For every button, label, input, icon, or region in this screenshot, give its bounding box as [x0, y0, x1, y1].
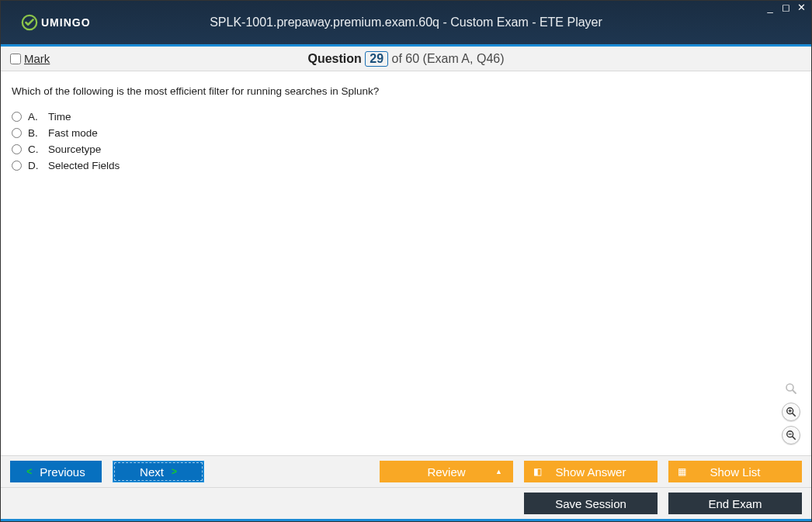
next-button[interactable]: Next >	[113, 461, 204, 482]
close-icon[interactable]: ✕	[796, 2, 807, 13]
logo-text: UMINGO	[41, 16, 91, 29]
triangle-up-icon: ▲	[495, 468, 502, 475]
chevron-left-icon: <	[26, 466, 32, 477]
previous-button[interactable]: < Previous	[10, 461, 102, 482]
save-session-button[interactable]: Save Session	[524, 493, 658, 514]
option-b-radio[interactable]	[12, 128, 22, 138]
session-toolbar: Save Session End Exam	[1, 487, 811, 519]
save-session-label: Save Session	[555, 497, 626, 510]
option-d[interactable]: D. Selected Fields	[12, 160, 800, 171]
option-text: Fast mode	[48, 127, 98, 139]
show-answer-button[interactable]: ◧ Show Answer	[524, 461, 658, 482]
search-icon	[782, 379, 800, 398]
nav-toolbar: < Previous Next > Review ▲ ◧ Show Answer…	[1, 455, 811, 487]
option-letter: B.	[28, 127, 42, 139]
svg-line-8	[793, 437, 796, 440]
option-letter: A.	[28, 111, 42, 123]
zoom-out-button[interactable]	[782, 426, 800, 444]
option-c-radio[interactable]	[12, 144, 22, 154]
show-answer-label: Show Answer	[556, 465, 626, 479]
question-content: Which of the following is the most effic…	[1, 71, 811, 455]
svg-line-4	[793, 413, 796, 417]
mark-checkbox[interactable]	[10, 54, 21, 64]
app-logo: UMINGO	[21, 14, 91, 31]
zoom-tools	[782, 379, 800, 444]
show-list-label: Show List	[710, 465, 760, 479]
mark-checkbox-label[interactable]: Mark	[10, 52, 50, 65]
mark-label-text: Mark	[24, 52, 50, 65]
window-title: SPLK-1001.prepaway.premium.exam.60q - Cu…	[1, 16, 811, 29]
chevron-right-icon: >	[172, 466, 177, 477]
option-letter: D.	[28, 160, 42, 171]
next-label: Next	[140, 465, 164, 479]
option-c[interactable]: C. Sourcetype	[12, 143, 800, 155]
option-a[interactable]: A. Time	[12, 111, 800, 123]
review-label: Review	[427, 465, 465, 479]
minimize-icon[interactable]: _	[765, 2, 776, 13]
app-window: UMINGO SPLK-1001.prepaway.premium.exam.6…	[0, 0, 812, 522]
question-info-bar: Mark Question 29 of 60 (Exam A, Q46)	[1, 47, 811, 71]
review-button[interactable]: Review ▲	[380, 461, 513, 482]
option-letter: C.	[28, 143, 42, 155]
option-text: Selected Fields	[48, 160, 120, 171]
question-of-text: of 60 (Exam A, Q46)	[392, 52, 505, 65]
end-exam-label: End Exam	[708, 497, 762, 510]
option-a-radio[interactable]	[12, 112, 22, 122]
accent-band-bottom	[1, 519, 811, 521]
question-word: Question	[308, 52, 362, 65]
answer-options: A. Time B. Fast mode C. Sourcetype D. Se…	[12, 111, 800, 171]
option-d-radio[interactable]	[12, 161, 22, 171]
title-bar: UMINGO SPLK-1001.prepaway.premium.exam.6…	[1, 1, 811, 44]
logo-checkmark-icon	[21, 14, 38, 31]
svg-line-2	[793, 390, 796, 393]
show-list-button[interactable]: ▦ Show List	[668, 461, 802, 482]
question-text: Which of the following is the most effic…	[12, 85, 800, 97]
maximize-icon[interactable]: ◻	[780, 2, 791, 13]
question-indicator: Question 29 of 60 (Exam A, Q46)	[1, 51, 811, 67]
end-exam-button[interactable]: End Exam	[668, 493, 802, 514]
previous-label: Previous	[40, 465, 85, 479]
option-b[interactable]: B. Fast mode	[12, 127, 800, 139]
option-text: Sourcetype	[48, 143, 101, 155]
zoom-in-button[interactable]	[782, 403, 800, 421]
window-controls: _ ◻ ✕	[765, 2, 807, 13]
answer-icon: ◧	[533, 466, 542, 477]
list-icon: ▦	[678, 466, 686, 477]
question-number: 29	[365, 51, 388, 67]
option-text: Time	[48, 111, 71, 123]
